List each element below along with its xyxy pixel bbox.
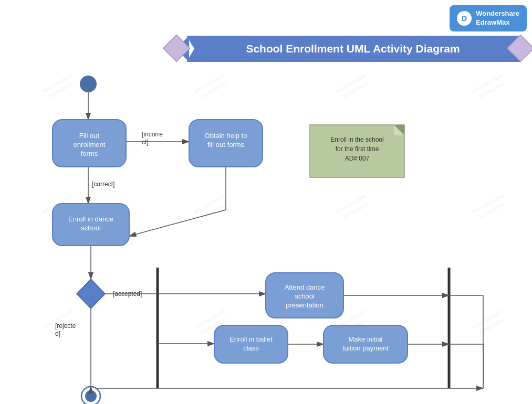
svg-text:Attend dance: Attend dance <box>285 283 325 291</box>
svg-text:tuition payment: tuition payment <box>342 344 389 352</box>
svg-text:enrollment: enrollment <box>74 141 106 148</box>
svg-text:school: school <box>81 224 101 232</box>
svg-text:AD#:007: AD#:007 <box>345 155 370 162</box>
svg-text:[incorre: [incorre <box>142 131 163 138</box>
svg-text:ct]: ct] <box>142 139 149 146</box>
svg-text:Enroll in the school: Enroll in the school <box>330 136 383 143</box>
svg-text:class: class <box>243 344 259 352</box>
diagram-title: School Enrollment UML Activity Diagram <box>246 42 460 55</box>
svg-text:[rejecte: [rejecte <box>55 322 76 329</box>
uml-diagram: School Enrollment UML Activity Diagram F… <box>0 31 532 404</box>
svg-text:Obtain help to: Obtain help to <box>205 132 247 140</box>
app-name: Wondershare EdrawMax <box>476 9 519 27</box>
branding-bar: D Wondershare EdrawMax <box>450 5 527 31</box>
svg-text:Fill out: Fill out <box>79 132 100 140</box>
decision-diamond <box>77 279 105 309</box>
end-node-inner <box>85 390 97 402</box>
svg-text:for the first time: for the first time <box>336 145 379 153</box>
svg-line-13 <box>129 210 226 236</box>
svg-text:Enroll in dance: Enroll in dance <box>68 215 113 223</box>
svg-text:Make initial: Make initial <box>348 335 382 343</box>
start-node <box>80 76 97 92</box>
svg-text:d]: d] <box>55 330 60 337</box>
app-logo: D <box>457 11 472 26</box>
svg-text:forms: forms <box>81 150 98 157</box>
svg-text:school: school <box>295 292 315 300</box>
svg-text:[correct]: [correct] <box>92 180 114 188</box>
svg-text:fill out forms: fill out forms <box>207 141 245 148</box>
svg-text:Enroll in ballet: Enroll in ballet <box>230 335 273 343</box>
svg-text:presentation: presentation <box>286 301 324 309</box>
